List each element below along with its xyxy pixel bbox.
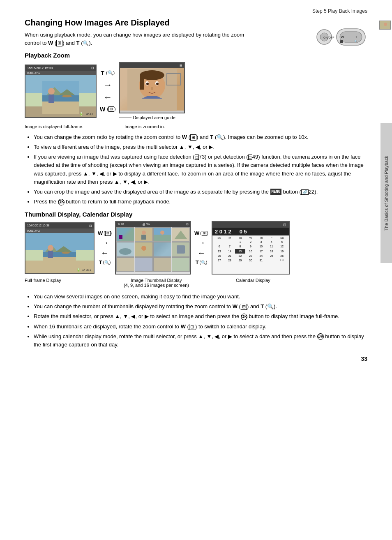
thumb-bullet-1: You can view several images on one scree…: [34, 293, 367, 301]
thumbnail-bullets: You can view several images on one scree…: [25, 293, 367, 349]
svg-text:ON/OFF: ON/OFF: [323, 36, 334, 39]
svg-point-34: [120, 232, 123, 235]
svg-rect-30: [43, 257, 76, 268]
thumbnail-screen-left: 15/05/2012 15:38 ⊟ 0001.JPG: [25, 222, 95, 274]
bullet-1: You can change the zoom ratio by rotatin…: [34, 133, 367, 141]
svg-text:W: W: [341, 35, 344, 39]
intro-text: When using playback mode, you can change…: [25, 31, 255, 47]
zoom-arrows: T (🔍) → ← W (⊞): [100, 70, 116, 113]
caption-full-frame-thumb: Full-frame Display: [25, 278, 95, 288]
bullet-3: If you are viewing an image that was cap…: [34, 153, 367, 186]
screen-captions: Image is displayed full-frame. Image is …: [25, 124, 367, 129]
caption-thumbnail: Image Thumbnail Display(4, 9, and 16 ima…: [118, 278, 194, 288]
svg-rect-20: [140, 75, 144, 90]
step-header: Step 5 Play Back Images: [25, 8, 367, 14]
svg-rect-12: [42, 95, 79, 102]
svg-rect-15: [48, 95, 54, 103]
zoom-control-diagram: ON/OFF W ⬛ T 🔍: [314, 23, 367, 53]
calendar-screen: ⊟ 2 0 1 2 0 5 SuMTuWThFSa 12345 67891011…: [212, 221, 290, 275]
playback-zoom-title: Playback Zoom: [25, 52, 367, 59]
playback-screen-right: ⊟: [119, 62, 185, 113]
full-frame-screen: 15/05/2012 15:38 ⊟ 0001.JPG: [25, 222, 95, 274]
svg-point-25: [151, 87, 153, 90]
caption-zoomed: Image is zoomed in.: [125, 124, 165, 129]
svg-point-14: [48, 88, 55, 95]
bullet-4: You can crop the image and save the disp…: [34, 188, 367, 196]
svg-rect-37: [141, 235, 146, 240]
thumb-bullet-4: When 16 thumbnails are displayed, rotate…: [34, 323, 367, 331]
bullet-5: Press the OK button to return to full-fr…: [34, 198, 367, 206]
thumb-bullet-3: Rotate the multi selector, or press ▲, ▼…: [34, 312, 367, 321]
bullet-2: To view a different area of the image, p…: [34, 143, 367, 151]
svg-rect-42: [177, 245, 185, 254]
svg-rect-32: [48, 251, 53, 258]
svg-text:🔍: 🔍: [354, 39, 358, 43]
caption-full-frame: Image is displayed full-frame.: [25, 124, 97, 129]
svg-rect-13: [42, 102, 79, 114]
svg-text:⬛: ⬛: [340, 39, 344, 43]
thumbnail-captions: Full-frame Display Image Thumbnail Displ…: [25, 278, 367, 288]
thumbnail-display-title: Thumbnail Display, Calendar Display: [25, 211, 367, 218]
svg-rect-35: [119, 235, 122, 239]
svg-point-38: [160, 231, 164, 235]
svg-point-31: [48, 245, 53, 251]
svg-point-16: [62, 95, 72, 97]
svg-point-33: [62, 252, 70, 254]
thumb-bullet-5: While using calendar display mode, rotat…: [34, 332, 367, 349]
zoom-arrows-right: W (⊞) → ← T (🔍): [194, 230, 208, 265]
caption-calendar: Calendar Display: [214, 278, 292, 288]
playback-screen-left: 15/05/2012 15:38 ⊟ 0004.JPG: [25, 65, 97, 118]
displayed-area-guide-label: Displayed area guide: [119, 115, 175, 120]
svg-rect-9: [42, 81, 79, 95]
svg-point-24: [156, 83, 159, 85]
playback-zoom-row: 15/05/2012 15:38 ⊟ 0004.JPG: [25, 62, 367, 120]
zoom-arrows-left: W (⊞) → ← T (🔍): [98, 230, 112, 265]
side-tab: The Basics of Shooting and Playback: [380, 123, 392, 263]
playback-zoom-bullets: You can change the zoom ratio by rotatin…: [25, 133, 367, 206]
svg-point-41: [141, 246, 146, 251]
page-number: 33: [361, 355, 367, 362]
svg-point-22: [146, 83, 149, 85]
thumbnail-grid-screen: 1/ 20 🖨 On ⊟: [115, 221, 191, 275]
thumb-bullet-2: You can change the number of thumbnails …: [34, 302, 367, 311]
svg-marker-39: [175, 231, 187, 239]
thumbnail-display-row: 15/05/2012 15:38 ⊟ 0001.JPG: [25, 221, 367, 275]
svg-point-40: [119, 248, 131, 255]
svg-point-36: [142, 231, 146, 235]
svg-text:T: T: [355, 35, 357, 39]
